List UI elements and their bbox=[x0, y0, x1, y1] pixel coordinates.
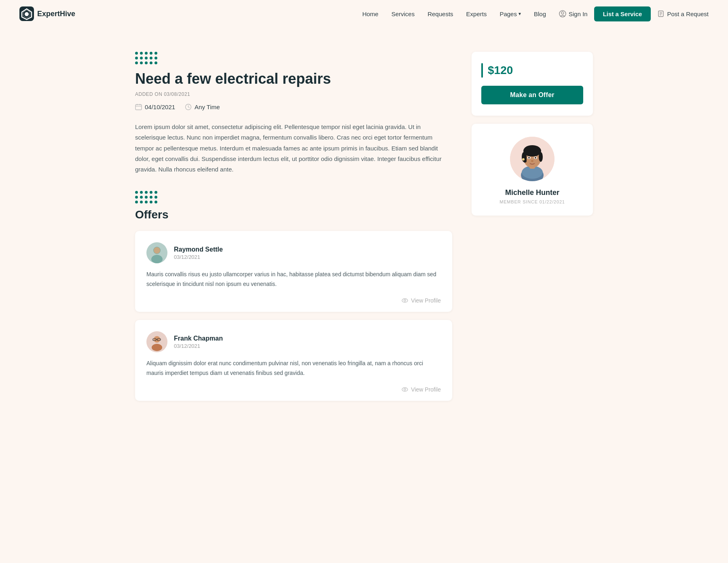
svg-point-22 bbox=[402, 299, 408, 303]
offer-card-frank: Frank Chapman 03/12/2021 Aliquam digniss… bbox=[135, 320, 452, 401]
profile-avatar-svg bbox=[510, 137, 554, 181]
post-request-label: Post a Request bbox=[667, 11, 709, 17]
raymond-name: Raymond Settle bbox=[174, 246, 223, 253]
frank-view-profile-label: View Profile bbox=[411, 386, 441, 393]
svg-point-31 bbox=[404, 388, 406, 390]
svg-point-23 bbox=[404, 300, 406, 301]
svg-point-2 bbox=[25, 12, 29, 16]
svg-rect-40 bbox=[523, 154, 527, 163]
svg-point-30 bbox=[402, 387, 408, 391]
offer-header-raymond: Raymond Settle 03/12/2021 bbox=[146, 242, 441, 263]
frank-info: Frank Chapman 03/12/2021 bbox=[174, 335, 223, 349]
price-accent-bar bbox=[481, 63, 483, 78]
logo[interactable]: ExpertHive bbox=[19, 6, 75, 21]
sign-in-label: Sign In bbox=[569, 11, 588, 17]
svg-point-41 bbox=[522, 158, 525, 161]
nav-experts[interactable]: Experts bbox=[466, 11, 487, 17]
sign-in-button[interactable]: Sign In bbox=[559, 10, 588, 17]
time-meta: Any Time bbox=[185, 104, 220, 110]
nav-home[interactable]: Home bbox=[362, 11, 379, 17]
price-card: $120 Make an Offer bbox=[472, 52, 593, 116]
page-title: Need a few electrical repairs bbox=[135, 70, 452, 87]
navbar: ExpertHive Home Services Requests Expert… bbox=[0, 0, 728, 28]
logo-text: ExpertHive bbox=[37, 10, 75, 18]
post-request-button[interactable]: Post a Request bbox=[657, 10, 709, 17]
frank-view-profile-button[interactable]: View Profile bbox=[402, 386, 441, 393]
offers-title: Offers bbox=[135, 208, 452, 221]
price-row: $120 bbox=[481, 63, 583, 78]
price-amount: $120 bbox=[488, 64, 513, 77]
profile-member-since: MEMBER SINCE 01/22/2021 bbox=[499, 199, 565, 204]
frank-date: 03/12/2021 bbox=[174, 343, 223, 349]
profile-avatar bbox=[510, 137, 554, 181]
frank-name: Frank Chapman bbox=[174, 335, 223, 342]
raymond-avatar bbox=[146, 242, 167, 263]
raymond-date: 03/12/2021 bbox=[174, 254, 223, 260]
offer-header-frank: Frank Chapman 03/12/2021 bbox=[146, 331, 441, 352]
make-offer-button[interactable]: Make an Offer bbox=[481, 86, 583, 104]
nav-pages[interactable]: Pages bbox=[499, 11, 521, 17]
nav-links: Home Services Requests Experts Pages Blo… bbox=[362, 11, 546, 17]
offers-dots-decoration bbox=[135, 191, 452, 203]
user-circle-icon bbox=[559, 10, 566, 17]
svg-point-45 bbox=[535, 157, 536, 159]
raymond-info: Raymond Settle 03/12/2021 bbox=[174, 246, 223, 260]
date-meta: 04/10/2021 bbox=[135, 104, 175, 110]
svg-point-46 bbox=[531, 160, 533, 162]
document-icon bbox=[657, 10, 665, 17]
svg-point-26 bbox=[152, 344, 162, 351]
eye-icon-2 bbox=[402, 386, 408, 393]
frank-offer-text: Aliquam dignissim dolor erat nunc condim… bbox=[146, 359, 441, 378]
nav-blog[interactable]: Blog bbox=[534, 11, 546, 17]
calendar-icon bbox=[135, 104, 142, 110]
logo-icon bbox=[19, 6, 34, 21]
svg-line-16 bbox=[188, 107, 190, 108]
offer-card-raymond: Raymond Settle 03/12/2021 Mauris convall… bbox=[135, 231, 452, 312]
svg-point-44 bbox=[528, 157, 530, 159]
meta-row: 04/10/2021 Any Time bbox=[135, 104, 452, 110]
svg-point-39 bbox=[539, 152, 543, 162]
frank-offer-footer: View Profile bbox=[146, 386, 441, 393]
eye-icon bbox=[402, 297, 408, 304]
clock-icon bbox=[185, 104, 192, 110]
top-dots-decoration bbox=[135, 52, 452, 64]
right-sidebar: $120 Make an Offer bbox=[472, 52, 593, 216]
svg-point-21 bbox=[152, 255, 162, 262]
nav-requests[interactable]: Requests bbox=[427, 11, 453, 17]
svg-point-20 bbox=[154, 247, 160, 254]
profile-name: Michelle Hunter bbox=[505, 188, 559, 197]
raymond-view-profile-button[interactable]: View Profile bbox=[402, 297, 441, 304]
nav-services[interactable]: Services bbox=[392, 11, 415, 17]
main-container: Need a few electrical repairs ADDED ON 0… bbox=[125, 28, 603, 433]
svg-point-5 bbox=[561, 12, 564, 14]
raymond-offer-footer: View Profile bbox=[146, 297, 441, 304]
added-on-date: ADDED ON 03/08/2021 bbox=[135, 91, 452, 97]
nav-actions: Sign In List a Service Post a Request bbox=[559, 6, 709, 21]
profile-card: Michelle Hunter MEMBER SINCE 01/22/2021 bbox=[472, 124, 593, 216]
raymond-view-profile-label: View Profile bbox=[411, 297, 441, 304]
frank-avatar bbox=[146, 331, 167, 352]
raymond-offer-text: Mauris convallis risus eu justo ullamcor… bbox=[146, 270, 441, 289]
time-value: Any Time bbox=[195, 104, 220, 110]
svg-rect-10 bbox=[135, 105, 142, 110]
left-content: Need a few electrical repairs ADDED ON 0… bbox=[135, 52, 452, 409]
list-service-button[interactable]: List a Service bbox=[594, 6, 651, 21]
description: Lorem ipsum dolor sit amet, consectetur … bbox=[135, 122, 452, 175]
date-value: 04/10/2021 bbox=[145, 104, 175, 110]
